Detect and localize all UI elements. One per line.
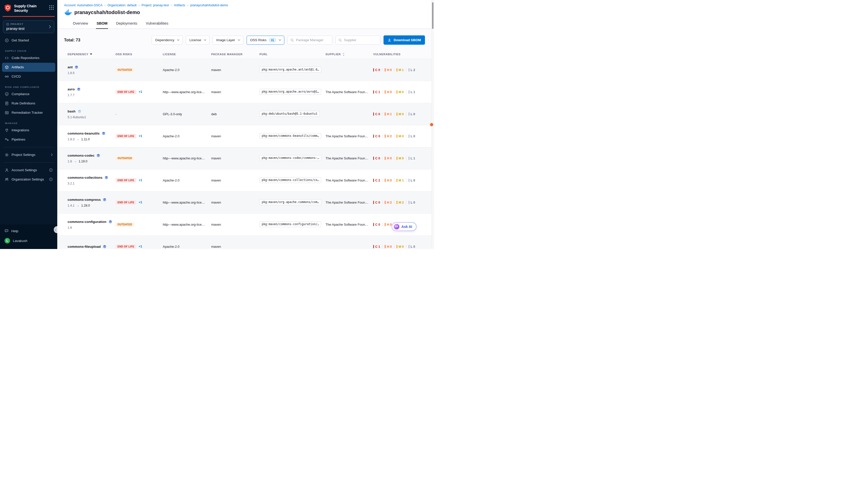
package-manager-cell: maven: [211, 68, 259, 72]
sidebar-item-pipelines[interactable]: Pipelines: [2, 135, 55, 144]
dependency-cell: commons-beanutils1.8.3→1.11.0: [67, 132, 116, 141]
more-risks-link[interactable]: +1: [139, 134, 142, 138]
filter-label: Image Layer: [216, 38, 235, 42]
table-row[interactable]: commons-configuration1.6OUTDATEDhttp---w…: [57, 213, 434, 235]
sidebar-item-cicd[interactable]: CI/CD: [2, 72, 55, 81]
ask-ai-label: Ask AI: [401, 225, 412, 229]
vuln-count-label: H 0: [387, 90, 391, 94]
license-cell: http---www.apache.org-lice…: [163, 200, 211, 204]
filter-license[interactable]: License: [186, 36, 209, 45]
purl-value[interactable]: pkg:maven/commons-configuration/…: [259, 221, 321, 227]
package-manager-search[interactable]: [288, 36, 332, 45]
dependency-name: commons-collections: [67, 176, 112, 180]
page-title: pranaycshah/todolist-demo: [74, 10, 140, 15]
package-manager-search-input[interactable]: [296, 38, 329, 42]
license-cell: GPL-3.0-only: [163, 112, 211, 116]
vuln-count-label: C 2: [375, 179, 380, 182]
dependency-name: commons-beanutils: [67, 132, 112, 135]
supplier-cell: The Apache Software Foun…: [325, 200, 373, 204]
more-risks-link[interactable]: +1: [139, 179, 142, 182]
purl-value[interactable]: pkg:maven/org.apache.ant/ant@1.6…: [259, 67, 321, 73]
tab-overview[interactable]: Overview: [72, 19, 88, 29]
get-started-icon: [5, 38, 9, 42]
ask-ai-button[interactable]: Ask AI: [392, 222, 416, 231]
breadcrumb-link[interactable]: Project: pranay-test: [142, 3, 169, 7]
divider: [406, 179, 406, 182]
filter-oss-risks[interactable]: OSS Risks01: [247, 36, 285, 45]
vuln-count-label: M 0: [399, 90, 404, 94]
h-count: H 2: [385, 201, 391, 204]
table-row[interactable]: commons-codec1.6→1.19.0OUTDATEDhttp---ww…: [57, 147, 434, 169]
breadcrumb-link[interactable]: Organization: default: [107, 3, 137, 7]
table-row[interactable]: commons-fileuploadEND OF LIFE+1Apache-2.…: [57, 235, 434, 249]
current-version: 5.1-6ubuntu1: [67, 116, 86, 119]
purl-value[interactable]: pkg:maven/commons-codec/commons-…: [259, 155, 321, 161]
sidebar-item-rule-definitions[interactable]: Rule Definitions: [2, 99, 55, 108]
apps-grid-icon[interactable]: [49, 5, 54, 10]
more-risks-link[interactable]: +1: [139, 90, 142, 94]
vuln-count-label: C 0: [375, 68, 380, 72]
dependency-name-text: commons-configuration: [67, 220, 106, 224]
scrollbar-thumb[interactable]: [432, 2, 433, 29]
vuln-count-label: H 0: [387, 223, 391, 226]
tab-vulnerabilities[interactable]: Vulnerabilities: [145, 19, 169, 29]
tab-sbom[interactable]: SBOM: [96, 19, 108, 29]
project-selector[interactable]: PROJECT pranay-test: [3, 20, 54, 33]
column-label: DEPENDENCY: [67, 53, 88, 56]
sidebar-item-account-settings[interactable]: Account Settings: [2, 166, 55, 175]
sidebar-item-compliance[interactable]: Compliance: [2, 90, 55, 99]
m-count: M 0: [397, 245, 404, 249]
layers-icon: [104, 176, 108, 180]
purl-value[interactable]: pkg:maven/org.apache.avro/avro@1…: [259, 89, 321, 95]
divider: [394, 179, 394, 182]
app-title: Supply Chain Security: [14, 4, 47, 13]
dependency-cell: avro1.7.7: [67, 87, 116, 97]
breadcrumb-link[interactable]: Account: Automation-SSCA: [64, 3, 103, 7]
brand-accent-bar: [2, 16, 55, 17]
sidebar-item-project-settings[interactable]: Project Settings: [2, 150, 55, 159]
table-row[interactable]: commons-beanutils1.8.3→1.11.0END OF LIFE…: [57, 125, 434, 147]
purl-cell: pkg:maven/commons-beanutils/comm…: [259, 133, 325, 140]
vuln-count-label: L 0: [411, 245, 415, 249]
user-menu[interactable]: L Lavakush: [0, 235, 57, 246]
rules-icon: [5, 101, 9, 105]
l-count: L 2: [409, 68, 415, 72]
remediation-icon: [5, 111, 9, 115]
column-header: SUPPLIER: [325, 53, 373, 56]
oss-risk-cell: END OF LIFE+1: [116, 178, 163, 183]
sidebar-item-code-repositories[interactable]: Code Repositories: [2, 53, 55, 63]
chevron-down-icon: [237, 39, 241, 41]
more-risks-link[interactable]: +1: [139, 200, 142, 204]
purl-value[interactable]: pkg:maven/commons-collections/co…: [259, 177, 321, 183]
more-risks-link[interactable]: +1: [139, 245, 142, 248]
sidebar-item-organization-settings[interactable]: Organization Settings: [2, 175, 55, 184]
download-sbom-button[interactable]: Download SBOM: [384, 35, 425, 45]
severity-bar: [397, 113, 397, 116]
sidebar-item-integrations[interactable]: Integrations: [2, 126, 55, 135]
supplier-search[interactable]: [336, 36, 380, 45]
table-row[interactable]: commons-compress1.4.1→1.28.0END OF LIFE+…: [57, 191, 434, 213]
purl-value[interactable]: pkg:maven/org.apache.commons/com…: [259, 199, 321, 205]
sidebar-item-remediation-tracker[interactable]: Remediation Tracker: [2, 108, 55, 117]
tab-deployments[interactable]: Deployments: [116, 19, 138, 29]
sidebar-item-get-started[interactable]: Get Started: [2, 36, 55, 45]
table-row[interactable]: ant1.6.5OUTDATEDApache-2.0mavenpkg:maven…: [57, 59, 434, 81]
filter-count-badge: 01: [269, 38, 276, 42]
sidebar-item-label: Rule Definitions: [12, 101, 36, 105]
divider: [406, 245, 406, 249]
table-row[interactable]: avro1.7.7END OF LIFE+1http---www.apache.…: [57, 81, 434, 103]
breadcrumb-link[interactable]: pranaycshah/todolist-demo: [190, 3, 228, 7]
oss-risk-badge: END OF LIFE: [116, 90, 137, 94]
table-row[interactable]: bash5.1-6ubuntu1-GPL-3.0-onlydebpkg:deb/…: [57, 103, 434, 125]
supplier-search-input[interactable]: [344, 38, 377, 42]
compliance-icon: [5, 92, 9, 96]
purl-value[interactable]: pkg:maven/commons-beanutils/comm…: [259, 133, 321, 139]
purl-value[interactable]: pkg:deb/ubuntu/bash@5.1-6ubuntu1: [259, 111, 320, 117]
cicd-icon: [5, 75, 9, 79]
breadcrumb-link[interactable]: Artifacts: [174, 3, 185, 7]
help-button[interactable]: Help: [0, 226, 57, 235]
table-row[interactable]: commons-collections3.2.1END OF LIFE+1Apa…: [57, 169, 434, 191]
filter-image-layer[interactable]: Image Layer: [213, 36, 243, 45]
filter-dependency[interactable]: Dependency: [152, 36, 183, 45]
sidebar-item-artifacts[interactable]: Artifacts: [2, 63, 55, 72]
